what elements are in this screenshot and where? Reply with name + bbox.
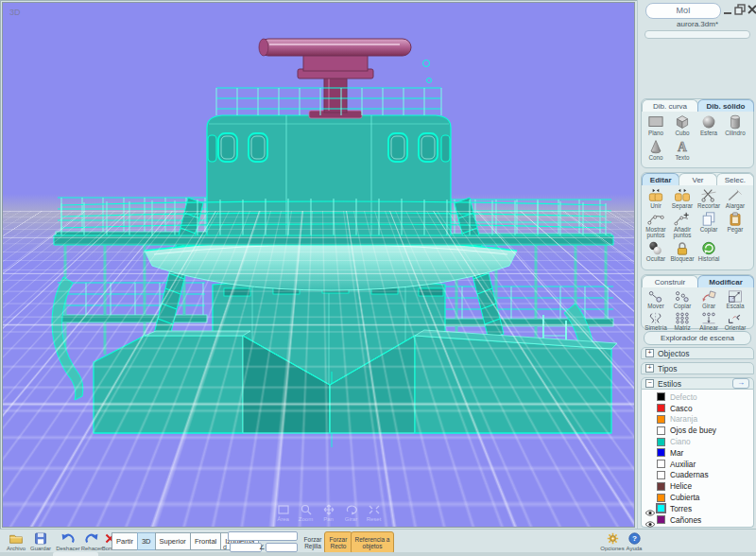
nav-reset-button[interactable]: Reset xyxy=(366,504,382,522)
viewport-nav-controls: Área Zoom Pan Girar Reset xyxy=(275,504,382,522)
guardar-button[interactable]: Guardar xyxy=(28,532,53,551)
tool-esfera[interactable]: Esfera xyxy=(696,114,722,137)
collapse-minus-icon[interactable]: − xyxy=(645,379,654,388)
expand-plus-icon[interactable]: + xyxy=(645,364,654,373)
style-row-naranja[interactable]: Naranja xyxy=(642,414,753,426)
svg-text:?: ? xyxy=(632,534,637,543)
view-3d-button[interactable]: 3D xyxy=(137,532,156,550)
section-estilos[interactable]: − Estilos → xyxy=(641,377,754,390)
style-color-swatch[interactable] xyxy=(657,482,665,491)
style-color-swatch[interactable] xyxy=(657,404,665,412)
style-color-swatch[interactable] xyxy=(657,392,665,401)
view-superior-button[interactable]: Superior xyxy=(155,532,191,550)
style-row-ojos-de-buey[interactable]: Ojos de buey xyxy=(642,425,753,436)
tab-modificar[interactable]: Modificar xyxy=(697,275,754,287)
expand-plus-icon[interactable]: + xyxy=(645,349,654,357)
tool-copiar-transform[interactable]: Copiar xyxy=(669,290,696,310)
archivo-button[interactable]: Archivo xyxy=(4,532,28,551)
left-davit xyxy=(52,277,83,400)
styles-arrow-button[interactable]: → xyxy=(732,378,749,389)
style-row-torres[interactable]: Torres xyxy=(642,503,753,514)
deshacer-button[interactable]: Deshacer xyxy=(55,532,81,551)
scene-browser-button[interactable]: Explorador de escena xyxy=(644,331,751,345)
tool-cilindro[interactable]: Cilindro xyxy=(722,114,748,137)
style-row-cuadernas[interactable]: Cuadernas xyxy=(642,470,753,481)
visibility-eye-icon[interactable] xyxy=(644,504,657,513)
section-objectos[interactable]: + Objectos xyxy=(641,347,754,359)
history-icon xyxy=(699,241,718,255)
edit-panel: Editar Ver Selec. Unir Separar Recortar xyxy=(641,172,754,270)
tab-construir[interactable]: Construir xyxy=(642,275,698,287)
style-color-swatch[interactable] xyxy=(657,426,665,435)
view-partir-button[interactable]: Partir xyxy=(112,532,138,550)
tab-editar[interactable]: Editar xyxy=(642,173,679,185)
coordinate-input[interactable] xyxy=(228,531,298,541)
tool-texto[interactable]: A Texto xyxy=(669,139,696,162)
tool-alinear[interactable]: Alinear xyxy=(696,312,722,332)
style-color-swatch[interactable] xyxy=(657,415,665,424)
nav-pan-button[interactable]: Pan xyxy=(320,504,336,522)
trim-scissors-icon xyxy=(699,188,718,202)
tool-unir[interactable]: Unir xyxy=(643,188,669,210)
tool-alargar[interactable]: Alargar xyxy=(722,188,748,210)
style-color-swatch[interactable] xyxy=(657,448,665,457)
style-row-helice[interactable]: Helice xyxy=(642,480,753,492)
tool-plano[interactable]: Plano xyxy=(643,114,669,137)
undo-icon xyxy=(60,532,76,545)
ship-model[interactable] xyxy=(3,3,635,528)
tool-ocultar[interactable]: Ocultar xyxy=(643,241,669,263)
style-color-swatch[interactable] xyxy=(657,438,665,446)
tool-anadir-puntos[interactable]: Añadir puntos xyxy=(669,212,696,239)
nav-zoom-button[interactable]: Zoom xyxy=(298,504,314,522)
tool-escala[interactable]: Escala xyxy=(722,290,748,310)
tool-bloquear[interactable]: Bloquear xyxy=(669,241,696,263)
paste-icon xyxy=(726,212,745,226)
snap-straight-toggle[interactable]: Forzar Recto xyxy=(324,531,352,554)
viewport-3d[interactable]: 3D xyxy=(2,2,635,528)
style-row-defecto[interactable]: Defecto xyxy=(642,391,753,403)
style-color-swatch[interactable] xyxy=(657,504,665,513)
tool-pegar[interactable]: Pegar xyxy=(722,212,748,239)
tool-cubo[interactable]: Cubo xyxy=(669,114,696,137)
style-row-cubierta[interactable]: Cubierta xyxy=(642,492,753,503)
style-row-auxiliar[interactable]: Auxiliar xyxy=(642,459,753,470)
tool-separar[interactable]: Separar xyxy=(669,188,696,210)
style-color-swatch[interactable] xyxy=(657,494,665,502)
style-row-ciano[interactable]: Ciano xyxy=(642,436,753,447)
section-tipos[interactable]: + Tipos xyxy=(641,362,754,374)
close-icon[interactable] xyxy=(746,3,756,16)
tool-simetria[interactable]: Simetría xyxy=(643,312,669,332)
tool-mostrar-puntos[interactable]: Mostrar puntos xyxy=(643,212,669,239)
view-frontal-button[interactable]: Frontal xyxy=(190,532,221,550)
style-color-swatch[interactable] xyxy=(657,460,665,468)
cube-icon xyxy=(673,114,692,130)
style-row-casco[interactable]: Casco xyxy=(642,403,753,414)
nav-area-button[interactable]: Área xyxy=(275,504,291,522)
style-color-swatch[interactable] xyxy=(657,471,665,479)
tool-girar[interactable]: Girar xyxy=(696,290,722,310)
object-snap-toggle[interactable]: Referencia a objetos xyxy=(351,531,394,554)
tool-copiar[interactable]: Copiar xyxy=(696,212,722,239)
tab-dib-curva[interactable]: Dib. curva xyxy=(642,99,698,112)
tool-cono[interactable]: Cono xyxy=(643,139,669,162)
style-row-canones[interactable]: Cañones xyxy=(642,514,753,526)
minimize-icon[interactable] xyxy=(721,3,734,16)
tool-recortar[interactable]: Recortar xyxy=(696,188,722,210)
opciones-button[interactable]: Opciones xyxy=(598,532,627,551)
tab-selec[interactable]: Selec. xyxy=(716,173,754,185)
style-color-swatch[interactable] xyxy=(657,515,665,524)
ayuda-button[interactable]: ? Ayuda xyxy=(624,532,644,551)
distance-input[interactable] xyxy=(230,543,262,552)
angle-input[interactable] xyxy=(266,543,298,552)
visibility-eye-icon[interactable] xyxy=(644,515,657,524)
tool-orientar[interactable]: Orientar xyxy=(722,312,748,332)
app-menu-button[interactable]: MoI xyxy=(645,3,721,19)
tool-matriz[interactable]: Matriz xyxy=(669,312,696,332)
restore-icon[interactable] xyxy=(733,3,747,16)
style-row-mar[interactable]: Mar xyxy=(642,447,753,459)
tool-historial[interactable]: Historial xyxy=(696,241,722,263)
nav-rotate-button[interactable]: Girar xyxy=(343,504,359,522)
tool-mover[interactable]: Mover xyxy=(643,290,669,310)
tab-dib-solido[interactable]: Dib. sólido xyxy=(697,99,754,112)
tab-ver[interactable]: Ver xyxy=(679,173,716,185)
